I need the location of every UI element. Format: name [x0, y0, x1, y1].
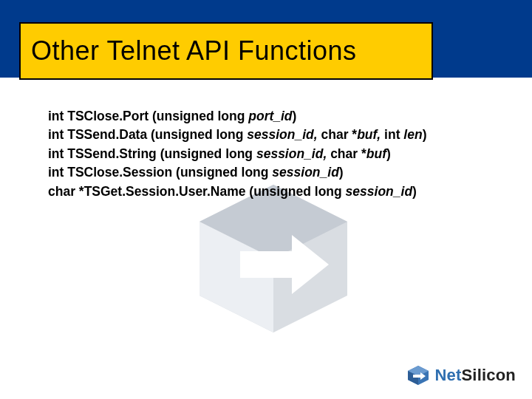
api-line: char *TSGet.Session.User.Name (unsigned … [48, 183, 491, 201]
watermark-logo-icon [181, 177, 366, 340]
footer-logo: NetSilicon [406, 365, 516, 386]
api-line: int TSClose.Port (unsigned long port_id) [48, 107, 491, 126]
footer-wordmark: NetSilicon [434, 366, 516, 385]
api-line: int TSSend.Data (unsigned long session_i… [48, 126, 491, 144]
api-line: int TSSend.String (unsigned long session… [48, 145, 491, 163]
page-title: Other Telnet API Functions [31, 35, 357, 66]
api-line: int TSClose.Session (unsigned long sessi… [48, 163, 491, 182]
netsilicon-mark-icon [406, 365, 430, 386]
content-area: int TSClose.Port (unsigned long port_id)… [48, 107, 491, 201]
title-box: Other Telnet API Functions [19, 22, 433, 80]
